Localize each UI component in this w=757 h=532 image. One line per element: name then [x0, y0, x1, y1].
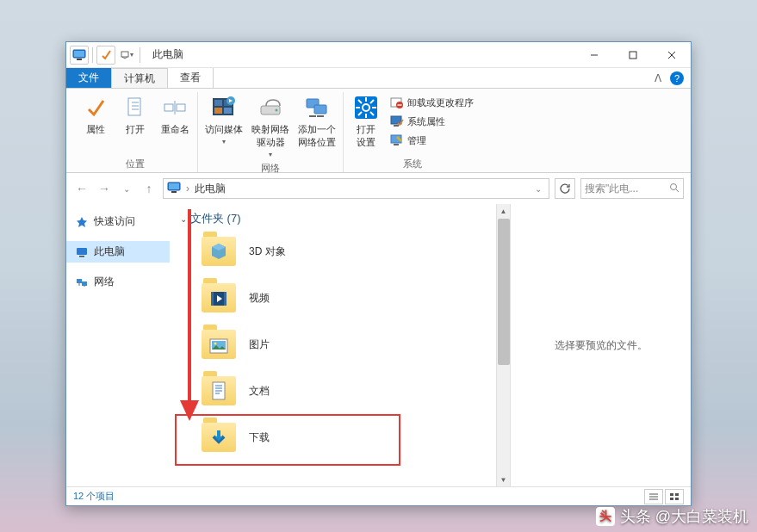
view-large-icons-button[interactable] — [665, 489, 684, 504]
refresh-button[interactable] — [555, 178, 575, 199]
forward-button[interactable]: → — [96, 180, 113, 197]
up-button[interactable]: ↑ — [140, 180, 158, 197]
add-network-location-button[interactable]: 添加一个 网络位置 — [295, 92, 339, 160]
svg-rect-22 — [309, 115, 316, 117]
scroll-down-icon[interactable]: ▼ — [497, 473, 510, 486]
history-dropdown[interactable]: ⌄ — [118, 180, 135, 197]
svg-rect-54 — [224, 292, 226, 306]
qat-dropdown-icon[interactable]: ▾ — [117, 46, 136, 65]
svg-rect-70 — [670, 498, 673, 500]
group-system-label: 系统 — [403, 156, 422, 172]
item-label: 文档 — [249, 384, 270, 399]
address-dropdown-icon[interactable]: ⌄ — [531, 184, 545, 194]
group-location-label: 位置 — [126, 156, 145, 172]
minimize-button[interactable] — [574, 42, 613, 68]
svg-point-44 — [671, 183, 677, 189]
access-media-label: 访问媒体 — [205, 123, 243, 136]
scroll-thumb[interactable] — [498, 219, 510, 365]
breadcrumb-sep-icon[interactable]: › — [186, 182, 189, 195]
svg-rect-3 — [121, 52, 128, 57]
this-pc-icon[interactable] — [70, 46, 89, 65]
svg-rect-10 — [177, 104, 185, 111]
preview-placeholder: 选择要预览的文件。 — [555, 338, 648, 353]
svg-rect-21 — [314, 105, 326, 114]
collapse-ribbon-icon[interactable]: ᐱ — [655, 72, 661, 84]
properties-button[interactable]: 属性 — [77, 92, 115, 156]
svg-rect-8 — [128, 98, 140, 115]
folder-icon-3d — [201, 233, 237, 269]
ribbon-group-system: 打开 设置 卸载或更改程序 系统属性 管理 — [344, 92, 481, 172]
content-pane: ⌄ 文件夹 (7) 3D 对象 视频 — [170, 204, 496, 486]
svg-rect-37 — [391, 116, 401, 124]
svg-point-19 — [276, 109, 278, 112]
group-header-folders[interactable]: ⌄ 文件夹 (7) — [175, 209, 496, 228]
map-drive-button[interactable]: 映射网络 驱动器 ▾ — [248, 92, 293, 160]
svg-rect-36 — [398, 104, 402, 105]
content-wrap: ⌄ 文件夹 (7) 3D 对象 视频 — [170, 204, 691, 486]
list-item-pictures[interactable]: 图片 — [183, 321, 496, 368]
breadcrumb[interactable]: 此电脑 — [195, 182, 226, 196]
tab-view[interactable]: 查看 — [168, 68, 214, 88]
ribbon-group-network: 访问媒体 ▾ 映射网络 驱动器 ▾ 添加一个 网络位置 网络 — [198, 92, 344, 172]
list-item-videos[interactable]: 视频 — [183, 275, 496, 321]
ribbon: 属性 打开 重命名 位置 访问媒体 ▾ — [66, 89, 691, 173]
svg-rect-5 — [630, 52, 636, 59]
star-icon — [75, 215, 89, 229]
sidebar-item-label: 网络 — [94, 275, 115, 289]
item-label: 图片 — [249, 337, 270, 352]
item-label: 3D 对象 — [249, 244, 286, 259]
manage-label: 管理 — [407, 134, 426, 147]
sidebar-item-label: 此电脑 — [94, 244, 125, 259]
system-properties-button[interactable]: 系统属性 — [387, 113, 477, 130]
sidebar-item-this-pc[interactable]: 此电脑 — [66, 241, 170, 263]
view-details-button[interactable] — [644, 489, 663, 504]
body: 快速访问 此电脑 网络 ⌄ 文件夹 (7) — [66, 204, 691, 486]
help-icon[interactable]: ? — [670, 71, 684, 85]
list-item-3d-objects[interactable]: 3D 对象 — [183, 228, 496, 275]
open-button[interactable]: 打开 — [116, 92, 154, 156]
scrollbar[interactable]: ▲ ▼ — [496, 204, 510, 486]
svg-rect-1 — [74, 51, 84, 57]
rename-button[interactable]: 重命名 — [156, 92, 194, 156]
annotation-highlight — [175, 414, 400, 466]
svg-rect-38 — [394, 125, 399, 127]
close-button[interactable] — [652, 42, 691, 68]
scroll-up-icon[interactable]: ▲ — [497, 204, 510, 218]
sysprops-label: 系统属性 — [407, 115, 445, 128]
sidebar-item-network[interactable]: 网络 — [66, 271, 170, 293]
open-settings-button[interactable]: 打开 设置 — [347, 92, 385, 156]
group-header-label: 文件夹 (7) — [190, 211, 241, 226]
svg-rect-9 — [164, 104, 173, 111]
properties-label: 属性 — [86, 123, 105, 136]
sidebar-item-quick-access[interactable]: 快速访问 — [66, 211, 170, 232]
network-icon — [75, 275, 89, 289]
window-title: 此电脑 — [152, 47, 183, 62]
chevron-down-icon: ⌄ — [180, 214, 187, 224]
this-pc-breadcrumb-icon — [167, 182, 181, 196]
svg-rect-13 — [214, 100, 222, 106]
tab-file[interactable]: 文件 — [66, 68, 112, 88]
maximize-button[interactable] — [613, 42, 652, 68]
access-media-button[interactable]: 访问媒体 ▾ — [202, 92, 246, 160]
open-settings-label: 打开 设置 — [357, 123, 375, 149]
uninstall-label: 卸载或更改程序 — [407, 96, 474, 109]
svg-rect-71 — [675, 498, 679, 500]
svg-rect-68 — [670, 493, 673, 496]
navigation-pane: 快速访问 此电脑 网络 — [66, 204, 170, 486]
search-box[interactable]: 搜索"此电... — [580, 178, 684, 199]
svg-rect-46 — [77, 248, 87, 255]
svg-rect-48 — [77, 279, 82, 283]
watermark-text: 头条 @大白菜装机 — [620, 506, 748, 527]
rename-label: 重命名 — [161, 123, 189, 136]
svg-point-57 — [214, 343, 217, 345]
tab-computer[interactable]: 计算机 — [112, 68, 168, 88]
manage-button[interactable]: 管理 — [387, 132, 477, 149]
address-bar[interactable]: › 此电脑 ⌄ — [163, 178, 549, 199]
address-bar-row: ← → ⌄ ↑ › 此电脑 ⌄ 搜索"此电... — [66, 173, 691, 204]
properties-qat-icon[interactable] — [96, 46, 115, 65]
status-bar: 12 个项目 — [66, 486, 691, 505]
uninstall-programs-button[interactable]: 卸载或更改程序 — [387, 94, 477, 111]
back-button[interactable]: ← — [73, 180, 90, 197]
ribbon-tabs: 文件 计算机 查看 ᐱ ? — [66, 68, 691, 89]
list-item-documents[interactable]: 文档 — [183, 368, 496, 414]
